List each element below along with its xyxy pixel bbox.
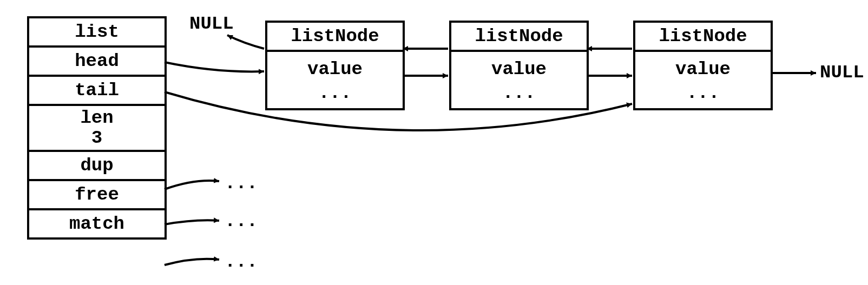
- list-node-2-title: listNode: [451, 23, 587, 52]
- list-node-3-title: listNode: [635, 23, 771, 52]
- list-node-3-body: value ...: [635, 52, 771, 108]
- null-label-right: NULL: [820, 62, 864, 83]
- list-node-3-value-label: value: [635, 57, 771, 81]
- list-node-2: listNode value ...: [449, 21, 589, 110]
- list-node-1-body: value ...: [267, 52, 403, 108]
- field-len-value: 3: [29, 128, 165, 148]
- diagram-canvas: list head tail len 3 dup free match list…: [11, 11, 868, 285]
- list-node-1: listNode value ...: [265, 21, 405, 110]
- field-match: match: [29, 210, 165, 237]
- null-label-left: NULL: [189, 14, 234, 34]
- list-node-2-body: value ...: [451, 52, 587, 108]
- list-struct: list head tail len 3 dup free match: [27, 16, 167, 240]
- dots-dup: ...: [225, 173, 258, 194]
- list-struct-title: list: [29, 18, 165, 48]
- list-node-3: listNode value ...: [633, 21, 773, 110]
- list-node-2-value-label: value: [451, 57, 587, 81]
- dots-match: ...: [225, 251, 258, 272]
- list-node-1-dots: ...: [267, 81, 403, 105]
- list-node-1-title: listNode: [267, 23, 403, 52]
- field-len: len 3: [29, 106, 165, 152]
- field-tail: tail: [29, 77, 165, 106]
- field-free: free: [29, 181, 165, 210]
- list-node-1-value-label: value: [267, 57, 403, 81]
- field-len-label: len: [29, 108, 165, 128]
- field-dup: dup: [29, 152, 165, 181]
- field-head: head: [29, 48, 165, 77]
- dots-free: ...: [225, 211, 258, 231]
- list-node-2-dots: ...: [451, 81, 587, 105]
- list-node-3-dots: ...: [635, 81, 771, 105]
